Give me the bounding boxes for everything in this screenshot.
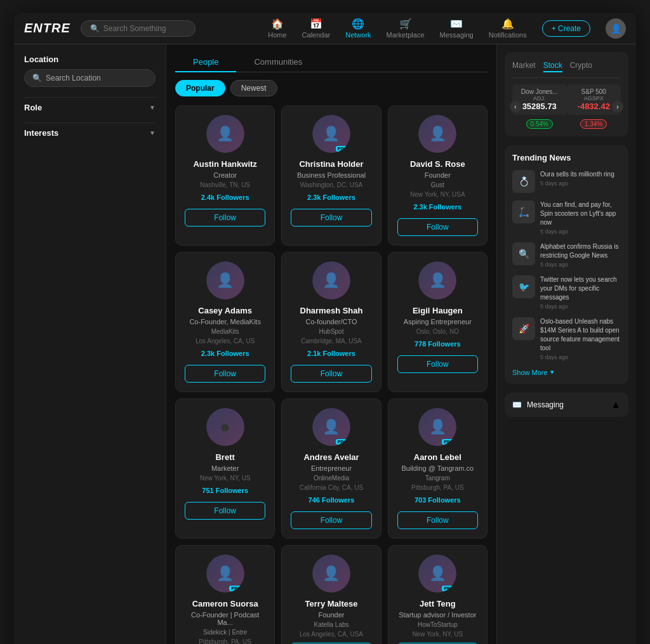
person-role: Aspiring Entrepreneur (404, 318, 472, 325)
person-card: 👤 PRO Jett Teng Startup advisor / Invest… (388, 545, 488, 644)
follow-button[interactable]: Follow (185, 365, 265, 383)
person-location: New York, NY, USA (410, 191, 465, 198)
search-input[interactable] (103, 24, 186, 33)
news-item[interactable]: 💍 Oura sells its millionth ring 5 days a… (512, 170, 621, 193)
nav-messaging[interactable]: ✉️ Messaging (440, 18, 474, 39)
tab-communities[interactable]: Communities (236, 52, 320, 72)
news-thumbnail: 🛴 (512, 200, 535, 223)
nav-calendar[interactable]: 📅 Calendar (302, 18, 331, 39)
person-company: Sidekick | Entre (203, 629, 247, 636)
location-search[interactable]: 🔍 Search Location (24, 69, 156, 87)
person-name: Brett (215, 452, 234, 462)
follow-button[interactable]: Follow (397, 511, 478, 529)
pro-badge: PRO (229, 586, 242, 591)
main-layout: Location 🔍 Search Location Role ▼ Intere… (14, 44, 636, 644)
person-name: David S. Rose (410, 159, 465, 169)
person-location: New York, NY, US (200, 475, 251, 482)
news-thumbnail: 🐦 (512, 275, 535, 298)
follow-button[interactable]: Follow (291, 365, 371, 383)
nav-links: 🏠 Home 📅 Calendar 🌐 Network 🛒 Marketplac… (268, 18, 626, 39)
news-time: 5 days ago (540, 180, 614, 187)
market-tab-crypto[interactable]: Crypto (570, 60, 592, 72)
news-item[interactable]: 🛴 You can find, and pay for, Spin scoote… (512, 200, 621, 235)
messaging-bar[interactable]: ✉️ Messaging ▲ (505, 393, 628, 417)
search-icon: 🔍 (90, 24, 100, 33)
market-row: ‹ Dow Jones... ADJ. 35285.73 0.54% S&P 5… (512, 84, 621, 129)
person-role: Building @ Tangram.co (401, 464, 474, 472)
person-company: HowToStartup (418, 621, 458, 628)
follow-button[interactable]: Follow (185, 502, 265, 520)
market-tab-stock[interactable]: Stock (543, 60, 562, 72)
person-card: 👤 David S. Rose Founder Gust New York, N… (388, 105, 488, 246)
news-list: 💍 Oura sells its millionth ring 5 days a… (512, 170, 621, 360)
news-item[interactable]: 🔍 Alphabet confirms Russia is restrictin… (512, 242, 621, 268)
market-tab-market[interactable]: Market (512, 60, 536, 72)
nav-marketplace[interactable]: 🛒 Marketplace (387, 18, 425, 39)
nav-notifications[interactable]: 🔔 Notifications (489, 18, 527, 39)
person-company: Gust (431, 181, 444, 188)
news-content: Alphabet confirms Russia is restricting … (540, 242, 621, 268)
person-location: California City, CA, US (300, 484, 363, 491)
person-followers: 751 Followers (202, 487, 248, 494)
market-widget: Market Stock Crypto ‹ Dow Jones... ADJ. … (505, 52, 628, 136)
interests-section: Interests ▼ (24, 128, 156, 138)
market-next-button[interactable]: › (612, 101, 623, 112)
person-location: Los Angeles, CA, US (196, 338, 255, 345)
tab-people[interactable]: People (175, 52, 236, 72)
pro-badge: PRO (336, 146, 349, 152)
person-location: Washington, DC, USA (300, 181, 363, 188)
person-name: Austin Hankwitz (193, 159, 256, 169)
nav-network[interactable]: 🌐 Network (345, 18, 371, 39)
person-role: Startup advisor / Investor (399, 611, 476, 619)
person-location: Pittsburgh, PA, US (411, 484, 464, 491)
show-more-button[interactable]: Show More ▾ (512, 368, 554, 376)
person-avatar: 👤 PRO (206, 555, 244, 593)
role-chevron-icon: ▼ (149, 104, 156, 111)
interests-title[interactable]: Interests ▼ (24, 128, 156, 138)
follow-button[interactable]: Follow (397, 355, 478, 373)
person-name: Dharmesh Shah (300, 306, 363, 315)
person-avatar: 👤 PRO (418, 555, 456, 593)
person-name: Cameron Suorsa (192, 599, 258, 608)
person-avatar: 👤 (206, 261, 244, 299)
person-followers: 703 Followers (415, 496, 461, 504)
filter-popular[interactable]: Popular (175, 80, 225, 96)
person-avatar: 👤 PRO (312, 115, 350, 153)
person-name: Christina Holder (299, 159, 363, 169)
news-time: 5 days ago (540, 303, 621, 310)
follow-button[interactable]: Follow (397, 218, 478, 236)
person-location: New York, NY, US (412, 631, 463, 638)
create-button[interactable]: + Create (542, 20, 590, 37)
person-card: 👤 PRO Andres Avelar Entrepreneur OnlineM… (281, 398, 381, 539)
person-role: Creator (213, 171, 237, 179)
calendar-icon: 📅 (310, 18, 322, 30)
person-avatar: 👤 PRO (312, 408, 350, 446)
news-thumbnail: 🚀 (512, 317, 535, 340)
person-card: 👤 Austin Hankwitz Creator Nashville, TN,… (175, 105, 275, 246)
user-avatar[interactable]: 👤 (606, 18, 626, 39)
person-followers: 746 Followers (308, 496, 355, 504)
market-prev-button[interactable]: ‹ (510, 101, 521, 112)
follow-button[interactable]: Follow (291, 511, 371, 529)
filter-newest[interactable]: Newest (230, 80, 277, 96)
news-item[interactable]: 🚀 Oslo-based Unleash nabs $14M Series A … (512, 317, 621, 360)
avatar-placeholder: 👤 (206, 115, 244, 153)
news-item[interactable]: 🐦 Twitter now lets you search your DMs f… (512, 275, 621, 310)
search-bar[interactable]: 🔍 (81, 20, 196, 37)
person-followers: 2.1k Followers (307, 350, 355, 357)
nav-home[interactable]: 🏠 Home (268, 18, 286, 39)
trending-section: Trending News 💍 Oura sells its millionth… (505, 145, 628, 384)
follow-button[interactable]: Follow (291, 209, 371, 227)
follow-button[interactable]: Follow (185, 209, 265, 227)
news-headline: You can find, and pay for, Spin scooters… (540, 200, 621, 227)
avatar-placeholder: 👤 (418, 261, 456, 299)
sidebar: Location 🔍 Search Location Role ▼ Intere… (14, 44, 166, 644)
person-role: Business Professional (297, 171, 366, 179)
avatar-placeholder: 👤 (312, 555, 350, 593)
role-title[interactable]: Role ▼ (24, 103, 156, 112)
person-role: Entrepreneur (311, 464, 352, 472)
person-avatar: 👤 (206, 115, 244, 153)
messaging-icon: ✉️ (450, 18, 463, 30)
marketplace-icon: 🛒 (399, 18, 412, 30)
news-time: 5 days ago (540, 261, 621, 268)
